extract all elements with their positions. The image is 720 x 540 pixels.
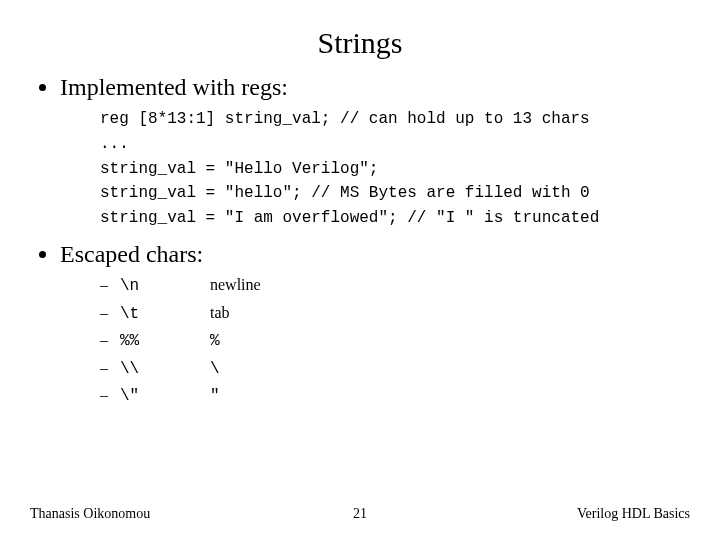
escaped-desc: newline	[210, 272, 261, 298]
bullet-implemented-text: Implemented with regs:	[60, 74, 288, 100]
escaped-code: \t	[120, 302, 210, 328]
dash-icon: –	[100, 355, 120, 381]
dash-icon: –	[100, 327, 120, 353]
escaped-code: \n	[120, 274, 210, 300]
bullet-escaped-text: Escaped chars:	[60, 241, 203, 267]
escaped-desc: %	[210, 329, 220, 355]
code-line-2: ...	[100, 135, 129, 153]
bullet-list: Implemented with regs: reg [8*13:1] stri…	[42, 74, 690, 410]
dash-icon: –	[100, 300, 120, 326]
code-line-5: string_val = "I am overflowed"; // "I " …	[100, 209, 599, 227]
escaped-row: – \\ \	[100, 355, 690, 383]
escaped-row: – %% %	[100, 327, 690, 355]
slide: Strings Implemented with regs: reg [8*13…	[0, 0, 720, 540]
escaped-desc: "	[210, 384, 220, 410]
escaped-code: %%	[120, 329, 210, 355]
dash-icon: –	[100, 272, 120, 298]
escaped-row: – \t tab	[100, 300, 690, 328]
escaped-list: – \n newline – \t tab – %% % – \\ \	[100, 272, 690, 410]
footer-page-number: 21	[30, 506, 690, 522]
bullet-escaped: Escaped chars: – \n newline – \t tab – %…	[60, 241, 690, 410]
dash-icon: –	[100, 382, 120, 408]
escaped-desc: \	[210, 357, 220, 383]
code-line-4: string_val = "hello"; // MS Bytes are fi…	[100, 184, 590, 202]
footer: Thanasis Oikonomou 21 Verilog HDL Basics	[30, 506, 690, 522]
escaped-desc: tab	[210, 300, 230, 326]
escaped-code: \"	[120, 384, 210, 410]
code-block: reg [8*13:1] string_val; // can hold up …	[100, 107, 690, 231]
slide-title: Strings	[30, 26, 690, 60]
code-line-1: reg [8*13:1] string_val; // can hold up …	[100, 110, 590, 128]
bullet-implemented: Implemented with regs: reg [8*13:1] stri…	[60, 74, 690, 231]
escaped-code: \\	[120, 357, 210, 383]
code-line-3: string_val = "Hello Verilog";	[100, 160, 378, 178]
escaped-row: – \" "	[100, 382, 690, 410]
escaped-row: – \n newline	[100, 272, 690, 300]
